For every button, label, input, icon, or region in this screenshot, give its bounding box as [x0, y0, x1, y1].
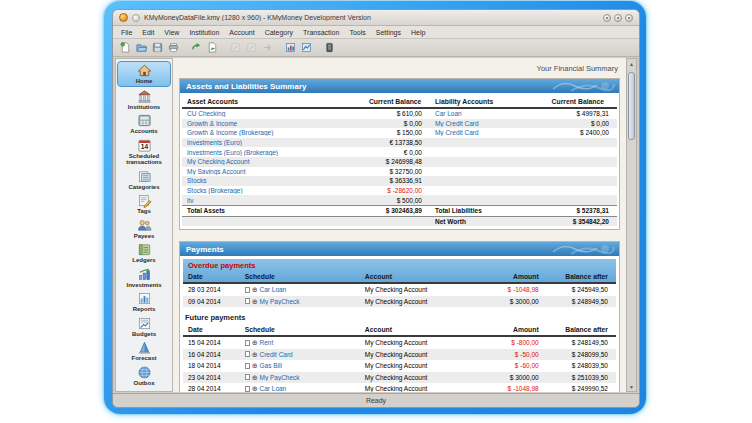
toolbar-button[interactable] — [190, 41, 203, 54]
toolbar-button[interactable] — [151, 41, 164, 54]
assets-table-row: Net Worth $ 354842,20 — [182, 216, 617, 227]
sidebar-item[interactable]: Scheduled transactions — [117, 137, 171, 167]
menu-item[interactable]: File — [121, 29, 132, 36]
assets-table-row: itv $ 500,00 — [182, 195, 617, 205]
menu-item[interactable]: Transaction — [303, 29, 339, 36]
scrollbar-track[interactable] — [627, 68, 636, 382]
payments-title: Payments — [186, 245, 224, 254]
asset-balance-value: $ 246998,48 — [360, 158, 430, 165]
scroll-up-icon[interactable]: ▲ — [627, 59, 636, 68]
sidebar-item[interactable]: Forecast — [117, 339, 171, 363]
asset-account-link[interactable]: My Savings Account — [182, 168, 360, 175]
enter-schedule-icon[interactable]: ⊕ — [252, 298, 258, 305]
toolbar-button[interactable] — [245, 41, 258, 54]
sidebar-item[interactable]: Categories — [117, 168, 171, 192]
sidebar-item-icon — [137, 242, 152, 257]
toolbar-button[interactable] — [167, 41, 180, 54]
scroll-down-icon[interactable]: ▼ — [627, 382, 636, 391]
asset-account-link[interactable]: Stocks — [182, 177, 360, 184]
toolbar-button[interactable] — [135, 41, 148, 54]
toolbar-button[interactable] — [119, 41, 132, 54]
schedule-link[interactable]: Car Loan — [260, 286, 287, 293]
liability-account-link[interactable]: Total Liabilities — [430, 207, 539, 214]
schedule-link[interactable]: Rent — [260, 339, 274, 346]
assets-table-row: Stocks $ 36336,91 — [182, 176, 617, 186]
sidebar-item[interactable]: Institutions — [117, 88, 171, 112]
asset-account-link[interactable]: itv — [182, 197, 360, 204]
enter-schedule-icon[interactable]: ⊕ — [252, 351, 258, 358]
sidebar-item[interactable]: Reports — [117, 290, 171, 314]
vertical-scrollbar[interactable]: ▲ ▼ — [626, 58, 637, 392]
asset-account-link[interactable]: My Checking Account — [182, 158, 360, 165]
toolbar-button[interactable] — [323, 41, 336, 54]
menu-item[interactable]: Settings — [376, 29, 401, 36]
enter-schedule-icon[interactable]: ⊕ — [252, 374, 258, 381]
sidebar-item[interactable]: Outbox — [117, 364, 171, 388]
asset-account-link[interactable]: Total Assets — [182, 207, 360, 214]
close-button[interactable] — [625, 14, 633, 22]
menu-item[interactable]: Account — [229, 29, 254, 36]
sidebar-item[interactable]: Home — [117, 61, 171, 87]
home-view-content: Your Financial Summary Assets and Liabil… — [173, 58, 626, 392]
skip-schedule-icon[interactable] — [245, 386, 250, 392]
sidebar-item-icon — [137, 267, 152, 282]
skip-schedule-icon[interactable] — [245, 351, 250, 357]
menu-item[interactable]: Help — [411, 29, 425, 36]
menu-item[interactable]: Edit — [142, 29, 154, 36]
sidebar-item[interactable]: Budgets — [117, 315, 171, 339]
sidebar-item[interactable]: Ledgers — [117, 241, 171, 265]
asset-account-link[interactable]: CU Checking — [182, 110, 360, 117]
toolbar-button[interactable] — [300, 41, 313, 54]
overdue-table-body: 28 03 2014 ⊕ Car Loan My Checking Accoun… — [180, 284, 619, 307]
menu-item[interactable]: Tools — [349, 29, 365, 36]
enter-schedule-icon[interactable]: ⊕ — [252, 339, 258, 346]
menu-item[interactable]: Institution — [189, 29, 219, 36]
decorative-swirl — [551, 243, 615, 255]
toolbar-button[interactable] — [261, 41, 274, 54]
schedule-link[interactable]: Credit Card — [260, 351, 293, 358]
enter-schedule-icon[interactable]: ⊕ — [252, 362, 258, 369]
toolbar-button[interactable] — [284, 41, 297, 54]
assets-liabilities-table: Asset Accounts Current Balance Liability… — [180, 93, 619, 229]
schedule-link[interactable]: Car Loan — [260, 385, 287, 392]
sidebar-item[interactable]: Tags — [117, 192, 171, 216]
liability-account-link[interactable]: Net Worth — [430, 218, 539, 225]
skip-schedule-icon[interactable] — [245, 298, 250, 304]
session-icon — [132, 14, 140, 22]
menu-item[interactable]: View — [164, 29, 179, 36]
payment-amount: $ -60,00 — [486, 362, 547, 369]
maximize-button[interactable] — [614, 14, 622, 22]
minimize-button[interactable] — [603, 14, 611, 22]
liability-account-link[interactable]: Car Loan — [430, 110, 539, 117]
skip-schedule-icon[interactable] — [245, 340, 250, 346]
sidebar-item[interactable]: Investments — [117, 266, 171, 290]
schedule-link[interactable]: My PayCheck — [260, 298, 300, 305]
schedule-link[interactable]: My PayCheck — [260, 374, 300, 381]
toolbar-button[interactable] — [206, 41, 219, 54]
schedule-link[interactable]: Gas Bill — [260, 362, 282, 369]
enter-schedule-icon[interactable]: ⊕ — [252, 385, 258, 392]
asset-account-link[interactable]: Investments (Euro) (Brokerage) — [182, 149, 360, 156]
payment-account: My Checking Account — [365, 339, 486, 346]
menu-item[interactable]: Category — [265, 29, 293, 36]
col-schedule: Schedule — [231, 273, 365, 280]
skip-schedule-icon[interactable] — [245, 363, 250, 369]
liability-account-link[interactable]: My Credit Card — [430, 129, 539, 136]
asset-balance-value: $ 500,00 — [360, 197, 430, 204]
enter-schedule-icon[interactable]: ⊕ — [252, 286, 258, 293]
overdue-table-header: Date Schedule Account Amount Balance aft… — [183, 271, 616, 284]
skip-schedule-icon[interactable] — [245, 287, 250, 293]
sidebar-item[interactable]: Payees — [117, 217, 171, 241]
payment-schedule-cell: ⊕ Rent — [231, 339, 365, 346]
assets-table-row: Growth & Income $ 0,00 My Credit Card $ … — [182, 119, 617, 129]
asset-account-link[interactable]: Investments (Euro) — [182, 139, 360, 146]
toolbar-button[interactable] — [229, 41, 242, 54]
asset-account-link[interactable]: Growth & Income (Brokerage) — [182, 129, 360, 136]
liability-account-link[interactable]: My Credit Card — [430, 120, 539, 127]
scrollbar-thumb[interactable] — [628, 72, 635, 140]
sidebar-item[interactable]: Accounts — [117, 112, 171, 136]
payment-account: My Checking Account — [365, 374, 486, 381]
asset-account-link[interactable]: Growth & Income — [182, 120, 360, 127]
asset-account-link[interactable]: Stocks (Brokerage) — [182, 187, 360, 194]
skip-schedule-icon[interactable] — [245, 374, 250, 380]
